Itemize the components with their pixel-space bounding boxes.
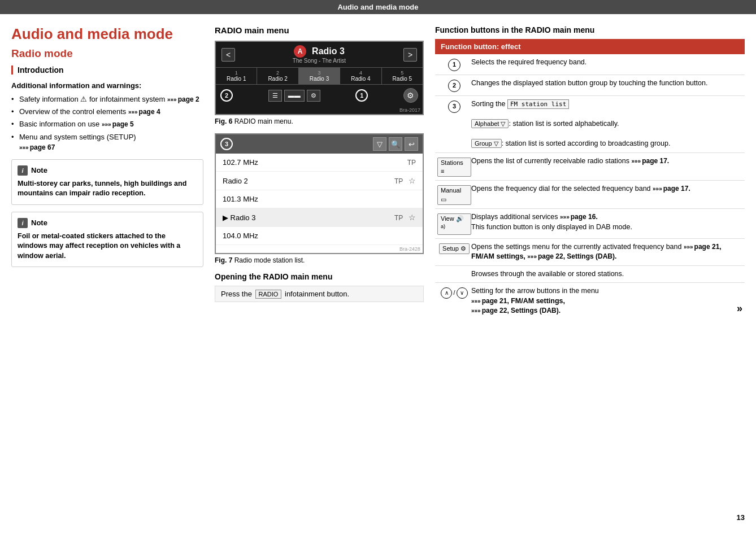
station-row-2: Radio 2 TP ☆ xyxy=(216,172,423,190)
function-row-setup: Setup ⚙ Opens the settings menu for the … xyxy=(435,239,745,266)
func-desc-view: Displays additional services page 16. Th… xyxy=(471,212,742,232)
func-desc-2: Changes the displayed station button gro… xyxy=(471,78,742,89)
station-name-2: Radio 2 xyxy=(223,177,248,185)
view-btn: View 🔊a) xyxy=(437,213,471,234)
note-label-1: Note xyxy=(31,166,47,174)
group-btn: Group ▽ xyxy=(471,139,502,148)
link-page2: page 2 xyxy=(167,95,199,103)
note-header-1: i Note xyxy=(18,165,197,176)
page-number: 13 xyxy=(737,513,745,522)
station-active-4: ▶ Radio 3 xyxy=(223,213,255,222)
list-item: Safety information ⚠ for infotainment sy… xyxy=(11,94,203,104)
radio-preset-2[interactable]: 2 Radio 2 xyxy=(257,68,298,84)
updown-link2: page 22, Settings (DAB). xyxy=(471,307,561,314)
func-num-2: 2 xyxy=(437,78,471,92)
radio-next-btn[interactable]: > xyxy=(403,48,417,62)
function-row-browse: Browses through the available or stored … xyxy=(435,266,745,283)
press-instruction: Press the RADIO infotainment button. xyxy=(215,286,424,302)
radio-subtitle: The Song - The Artist xyxy=(240,58,399,64)
station-row-5: 104.0 MHz xyxy=(216,227,423,245)
radio-num-2: 2 xyxy=(220,89,233,102)
left-column: Audio and media mode Radio mode Introduc… xyxy=(11,25,203,274)
view-link: page 16. xyxy=(560,213,598,221)
radio-prev-btn[interactable]: < xyxy=(221,48,235,62)
list-item: Basic information on use page 5 xyxy=(11,119,203,129)
function-row-3: 3 Sorting the FM station list Alphabet ▽… xyxy=(435,96,745,153)
middle-column: RADIO main menu < A Radio 3 The Song - T… xyxy=(215,25,424,302)
setup-link2: page 22, Settings (DAB). xyxy=(527,252,616,260)
radio-eq-btn[interactable]: ▬▬ xyxy=(284,90,305,102)
alphabet-btn: Alphabet ▽ xyxy=(471,119,509,128)
manual-link: page 17. xyxy=(653,185,690,193)
manual-btn: Manual ▭ xyxy=(437,185,471,205)
sl-down-btn[interactable]: ▽ xyxy=(373,137,386,151)
sl-back-btn[interactable]: ↩ xyxy=(405,137,418,151)
radio-settings-btn[interactable]: ⚙ xyxy=(307,90,320,102)
station-row-3: 101.3 MHz xyxy=(216,190,423,208)
func-circle-1: 1 xyxy=(448,59,460,71)
func-desc-browse: Browses through the available or stored … xyxy=(471,269,742,279)
radio-presets-bar: 1 Radio 1 2 Radio 2 3 Radio 3 4 Radio 4 … xyxy=(216,67,423,84)
function-row-2: 2 Changes the displayed station button g… xyxy=(435,75,745,96)
radio-menu-btn[interactable]: ☰ xyxy=(268,90,282,102)
fig7-label: Fig. 7 xyxy=(215,256,232,264)
radio-top-bar: < A Radio 3 The Song - The Artist > xyxy=(216,42,423,67)
func-desc-stations: Opens the list of currently receivable r… xyxy=(471,156,742,167)
updown-fmam: FM/AM settings, xyxy=(511,297,565,305)
radio-preset-1[interactable]: 1 Radio 1 xyxy=(216,68,257,84)
radio-station-name: Radio 3 xyxy=(312,46,345,56)
radio-num-1: 1 xyxy=(355,89,368,102)
setup-btn: Setup ⚙ xyxy=(439,243,470,254)
radio-gear-btn[interactable]: ⚙ xyxy=(403,88,418,103)
fig7-text: Radio mode station list. xyxy=(234,256,305,264)
link-page67: page 67 xyxy=(19,143,55,151)
right-col-title: Function buttons in the RADIO main menu xyxy=(435,25,745,34)
fig6-text: RADIO main menu. xyxy=(234,117,293,125)
link-page5: page 5 xyxy=(102,120,134,128)
page-title: Audio and media mode xyxy=(11,25,203,43)
func-desc-3: Sorting the FM station list Alphabet ▽: … xyxy=(471,99,742,149)
radio-button-label: RADIO xyxy=(255,290,282,299)
func-num-manual: Manual ▭ xyxy=(437,184,471,205)
list-item: Overview of the control elements page 4 xyxy=(11,107,203,117)
station-list-fig7: 3 ▽ 🔍 ↩ 102.7 MHz TP Radio 2 TP ☆ 101.3 xyxy=(215,133,424,254)
additional-info-heading: Additional information and warnings: xyxy=(11,81,203,90)
sl-search-btn[interactable]: 🔍 xyxy=(389,137,402,151)
function-table-header: Function button: effect xyxy=(435,39,745,54)
radio-main-menu-title: RADIO main menu xyxy=(215,25,424,35)
opening-title: Opening the RADIO main menu xyxy=(215,272,424,281)
func-circle-2: 2 xyxy=(448,80,460,92)
station-freq-5: 104.0 MHz xyxy=(223,231,258,240)
opening-section: Opening the RADIO main menu Press the RA… xyxy=(215,272,424,302)
radio-ui-fig6: < A Radio 3 The Song - The Artist > 1 Ra… xyxy=(215,41,424,115)
bullet-list: Safety information ⚠ for infotainment sy… xyxy=(11,94,203,152)
function-row-view: View 🔊a) Displays additional services pa… xyxy=(435,209,745,238)
top-header: Audio and media mode xyxy=(0,0,756,14)
fm-station-list-mono: FM station list xyxy=(507,99,569,109)
radio-preset-5[interactable]: 5 Radio 5 xyxy=(382,68,423,84)
down-circle: ∨ xyxy=(457,287,468,299)
header-title: Audio and media mode xyxy=(337,3,418,11)
station-tp-star-2: TP ☆ xyxy=(394,176,416,185)
end-arrow: » xyxy=(737,302,742,316)
note-header-2: i Note xyxy=(18,218,197,228)
stations-btn: Stations ≡ xyxy=(437,158,471,177)
func-desc-manual: Opens the frequency dial for the selecte… xyxy=(471,184,742,194)
radio-center-info: A Radio 3 The Song - The Artist xyxy=(240,45,399,64)
info-icon-1: i xyxy=(18,165,28,176)
radio-preset-3[interactable]: 3 Radio 3 xyxy=(299,68,340,84)
right-column: Function buttons in the RADIO main menu … xyxy=(435,25,745,320)
fig6-caption: Fig. 6 RADIO main menu. xyxy=(215,117,424,125)
note-text-2: Foil or metal-coated stickers attached t… xyxy=(18,231,197,261)
bra-label-1: Bra-2017 xyxy=(216,106,423,114)
function-row-updown: ∧ / ∨ Setting for the arrow buttons in t… xyxy=(435,283,745,320)
updown-link1: page 21, xyxy=(471,297,509,305)
func-num-view: View 🔊a) xyxy=(437,212,471,234)
fig7-caption: Fig. 7 Radio mode station list. xyxy=(215,256,424,264)
func-num-1: 1 xyxy=(437,58,471,71)
radio-preset-4[interactable]: 4 Radio 4 xyxy=(340,68,381,84)
station-row-1: 102.7 MHz TP xyxy=(216,154,423,172)
func-num-setup: Setup ⚙ xyxy=(437,242,471,254)
func-desc-setup: Opens the settings menu for the currentl… xyxy=(471,242,742,262)
note-box-1: i Note Multi-storey car parks, tunnels, … xyxy=(11,159,203,205)
